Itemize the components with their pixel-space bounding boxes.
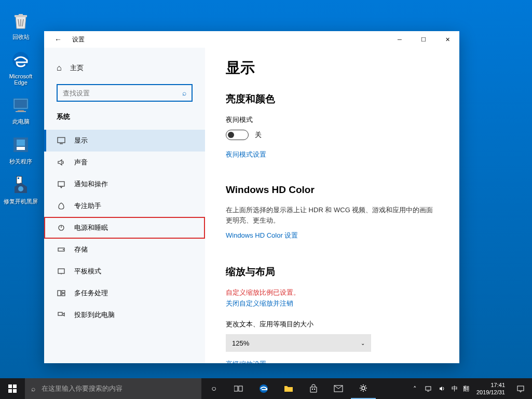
category-header: 系统: [44, 112, 205, 130]
night-mode-state: 关: [255, 130, 262, 140]
svg-rect-26: [8, 389, 12, 393]
turn-off-custom-scale-link[interactable]: 关闭自定义缩放并注销: [226, 299, 293, 308]
svg-rect-29: [239, 386, 242, 391]
search-icon: ⌕: [182, 89, 186, 97]
cortana-button[interactable]: ○: [201, 378, 226, 399]
svg-rect-31: [312, 389, 313, 390]
content-panel: 显示 亮度和颜色 夜间模式 关 夜间模式设置 Windows HD Color …: [205, 48, 459, 363]
svg-rect-37: [517, 386, 524, 391]
tray-notifications-button[interactable]: [510, 378, 531, 399]
nav-item-multitasking[interactable]: 多任务处理: [44, 282, 205, 304]
nav-item-power-sleep[interactable]: 电源和睡眠: [44, 217, 205, 239]
close-button[interactable]: ✕: [435, 31, 459, 48]
task-view-button[interactable]: [226, 378, 251, 399]
tray-ime-translate[interactable]: 翻: [461, 384, 471, 393]
tray-clock[interactable]: 17:41 2019/12/31: [472, 381, 509, 396]
focus-assist-icon: [57, 201, 66, 211]
nav-item-storage[interactable]: 存储: [44, 239, 205, 260]
nav-item-notifications[interactable]: 通知和操作: [44, 173, 205, 195]
advanced-scale-link[interactable]: 高级缩放设置: [226, 360, 266, 363]
scale-label: 更改文本、应用等项目的大小: [226, 320, 439, 329]
home-label: 主页: [70, 63, 84, 73]
taskbar-app-store[interactable]: [301, 378, 326, 399]
taskbar: ⌕ 在这里输入你要搜索的内容 ○ ˄ 中 翻 17:41 2019/12/31: [0, 378, 532, 399]
nav-item-sound[interactable]: 声音: [44, 152, 205, 173]
section-brightness-title: 亮度和颜色: [226, 92, 439, 106]
desktop-icon-quick-close[interactable]: 秒关程序: [0, 130, 42, 170]
desktop-icon-edge[interactable]: Microsoft Edge: [0, 45, 42, 90]
svg-rect-6: [17, 140, 25, 146]
night-mode-label: 夜间模式: [226, 115, 439, 125]
nav-label: 存储: [74, 245, 88, 254]
svg-rect-4: [16, 111, 26, 112]
nav-item-tablet-mode[interactable]: 平板模式: [44, 260, 205, 282]
nav-label: 专注助手: [74, 201, 101, 211]
night-mode-settings-link[interactable]: 夜间模式设置: [226, 150, 266, 159]
svg-rect-9: [18, 177, 19, 179]
search-input[interactable]: [63, 89, 182, 97]
tray-time: 17:41: [476, 381, 505, 389]
this-pc-icon: [10, 94, 32, 116]
desktop-icon-label: 此电脑: [12, 118, 30, 126]
nav-item-focus-assist[interactable]: 专注助手: [44, 195, 205, 217]
desktop-icon-this-pc[interactable]: 此电脑: [0, 90, 42, 130]
nav-label: 显示: [74, 136, 88, 145]
tray-volume-icon[interactable]: [436, 378, 448, 399]
svg-point-19: [61, 273, 62, 274]
nav-item-projecting[interactable]: 投影到此电脑: [44, 304, 205, 326]
nav-label: 平板模式: [74, 267, 101, 276]
search-box[interactable]: ⌕: [57, 84, 193, 102]
desktop-icon-label: Microsoft Edge: [2, 73, 39, 86]
taskbar-app-mail[interactable]: [326, 378, 351, 399]
tray-date: 2019/12/31: [476, 389, 505, 396]
svg-rect-7: [17, 147, 25, 150]
home-button[interactable]: ⌂ 主页: [44, 58, 205, 78]
home-icon: ⌂: [57, 63, 62, 73]
back-button[interactable]: ←: [54, 35, 62, 44]
hd-color-description: 在上面所选择的显示器上让 HDR 和 WCG 视频、游戏和应用中的画面更明亮、更…: [226, 205, 439, 225]
tablet-icon: [57, 267, 66, 276]
svg-rect-21: [62, 291, 65, 293]
nav-label: 投影到此电脑: [74, 310, 115, 320]
night-mode-toggle[interactable]: [226, 130, 249, 140]
svg-point-17: [63, 249, 64, 250]
desktop-icon-fix-black-screen[interactable]: 修复开机黑屏: [0, 170, 42, 210]
hd-color-settings-link[interactable]: Windows HD Color 设置: [226, 231, 298, 240]
nav-item-display[interactable]: 显示: [44, 130, 205, 152]
minimize-button[interactable]: ─: [388, 31, 412, 48]
desktop-icon-recycle-bin[interactable]: 回收站: [0, 5, 42, 45]
nav-label: 电源和睡眠: [74, 223, 108, 232]
power-icon: [57, 223, 66, 232]
tray-network-icon[interactable]: [422, 378, 435, 399]
section-hd-color-title: Windows HD Color: [226, 184, 439, 196]
svg-rect-20: [58, 291, 61, 296]
nav-label: 多任务处理: [74, 288, 108, 298]
svg-rect-24: [8, 384, 12, 388]
svg-point-10: [18, 186, 23, 191]
svg-rect-22: [62, 294, 65, 296]
taskbar-app-edge[interactable]: [251, 378, 276, 399]
taskbar-search-placeholder: 在这里输入你要搜索的内容: [42, 384, 122, 393]
search-icon: ⌕: [31, 384, 35, 393]
svg-rect-28: [234, 386, 238, 391]
fix-black-screen-icon: [10, 174, 32, 196]
tray-ime-indicator[interactable]: 中: [449, 384, 460, 393]
display-icon: [57, 136, 66, 145]
svg-point-34: [362, 387, 365, 390]
taskbar-app-settings[interactable]: [351, 378, 376, 399]
multitasking-icon: [57, 288, 66, 298]
quick-close-icon: [10, 134, 32, 156]
nav-label: 通知和操作: [74, 180, 108, 189]
tray-chevron-up[interactable]: ˄: [409, 378, 421, 399]
start-button[interactable]: [0, 378, 25, 399]
taskbar-search[interactable]: ⌕ 在这里输入你要搜索的内容: [25, 378, 201, 399]
taskbar-app-explorer[interactable]: [276, 378, 301, 399]
maximize-button[interactable]: ☐: [412, 31, 435, 48]
scale-dropdown[interactable]: 125% ⌄: [226, 334, 371, 352]
svg-rect-23: [58, 312, 62, 315]
desktop-icon-label: 回收站: [12, 33, 30, 41]
svg-rect-25: [13, 384, 17, 388]
settings-window: ← 设置 ─ ☐ ✕ ⌂ 主页 ⌕ 系统 显示 声音: [44, 31, 459, 363]
scale-value: 125%: [232, 339, 249, 347]
chevron-down-icon: ⌄: [361, 340, 365, 346]
